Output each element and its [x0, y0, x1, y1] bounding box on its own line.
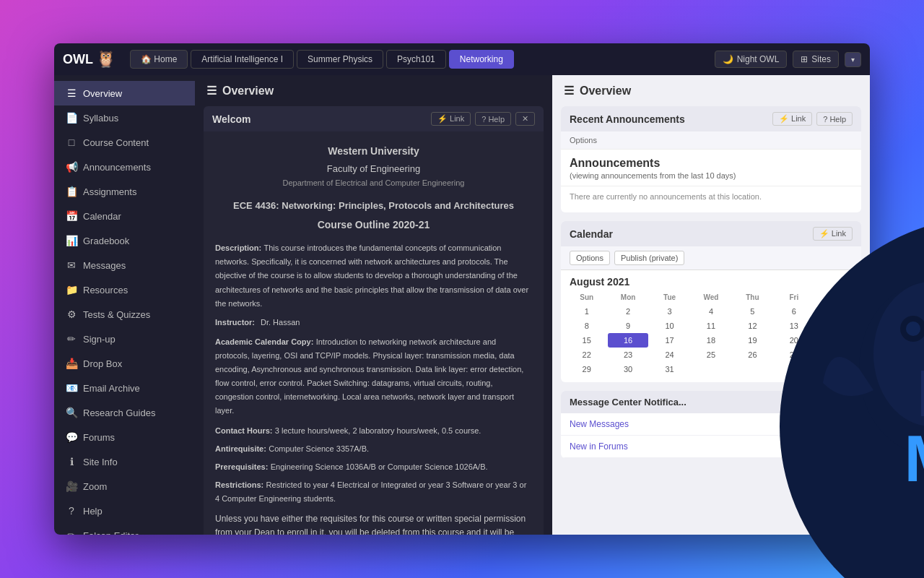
zoom-icon: 🎥 — [66, 480, 77, 492]
contact-label: Contact Hours: — [215, 426, 272, 435]
cal-day-23[interactable]: 23 — [608, 348, 648, 362]
sidebar-item-gradebook[interactable]: 📊 Gradebook — [54, 228, 195, 253]
calendar-widget: Calendar ⚡ Link Options Publish (private… — [561, 221, 861, 382]
cal-header-mon: Mon — [608, 290, 648, 304]
sidebar-label-falcon-editor: Falcon Editor — [83, 530, 139, 535]
description-body: This course introduces the fundamental c… — [215, 243, 528, 308]
cal-day-4[interactable]: 4 — [691, 304, 731, 319]
cal-day-8[interactable]: 8 — [567, 319, 606, 333]
sidebar-item-site-info[interactable]: ℹ Site Info — [54, 449, 195, 474]
signup-icon: ✏ — [66, 333, 77, 345]
announcements-empty-text: There are currently no announcements at … — [561, 186, 861, 212]
cal-day-20[interactable]: 20 — [774, 333, 814, 348]
cal-day-17[interactable]: 17 — [650, 333, 689, 348]
tab-ai[interactable]: Artificial Intelligence I — [191, 50, 294, 69]
cal-day-11[interactable]: 11 — [691, 319, 731, 333]
cal-day-18[interactable]: 18 — [691, 333, 731, 348]
overview-icon: ☰ — [66, 87, 77, 99]
widget-actions: ⚡ Link ? Help ✕ — [431, 112, 535, 126]
sites-button[interactable]: ⊞ Sites — [793, 51, 839, 68]
cal-day-26[interactable]: 26 — [733, 348, 772, 362]
sidebar-label-tests: Tests & Quizzes — [83, 309, 150, 320]
tab-psych[interactable]: Psych101 — [386, 50, 446, 69]
sidebar-item-overview[interactable]: ☰ Overview — [54, 81, 195, 105]
sidebar-item-course-content[interactable]: □ Course Content — [54, 130, 195, 155]
cal-day-9[interactable]: 9 — [608, 319, 648, 333]
cal-day-19[interactable]: 19 — [733, 333, 772, 348]
prereq: Prerequisites: Engineering Science 1036A… — [215, 460, 532, 474]
calendar-icon: 📅 — [66, 210, 77, 222]
tab-physics[interactable]: Summer Physics — [297, 50, 383, 69]
prereq-label: Prerequisites: — [215, 462, 268, 471]
cal-empty-2 — [733, 362, 772, 376]
logo-icon: 🦉 — [96, 50, 116, 69]
cal-day-10[interactable]: 10 — [650, 319, 689, 333]
overview-header: ☰ Overview — [195, 75, 552, 106]
sidebar-item-assignments[interactable]: 📋 Assignments — [54, 179, 195, 204]
cal-day-16-today[interactable]: 16 — [608, 333, 648, 348]
cal-day-7[interactable]: 7 — [816, 304, 855, 319]
sidebar-item-zoom[interactable]: 🎥 Zoom — [54, 474, 195, 499]
sidebar-item-forums[interactable]: 💬 Forums — [54, 425, 195, 449]
cal-day-3[interactable]: 3 — [650, 304, 689, 319]
topbar: OWL 🦉 🏠 Home Artificial Intelligence I S… — [54, 43, 870, 75]
dropdown-button[interactable]: ▾ — [845, 52, 861, 67]
tab-networking[interactable]: Networking — [449, 50, 514, 69]
right-panel: ☰ Overview Recent Announcements ⚡ Link ?… — [552, 75, 870, 535]
sidebar: ☰ Overview 📄 Syllabus □ Course Content 📢… — [54, 75, 195, 535]
app-window: OWL 🦉 🏠 Home Artificial Intelligence I S… — [54, 43, 870, 535]
cal-day-31[interactable]: 31 — [650, 362, 689, 376]
description-text: Description: This course introduces the … — [215, 241, 532, 311]
sidebar-item-calendar[interactable]: 📅 Calendar — [54, 204, 195, 228]
ann-link-button[interactable]: ⚡ Link — [772, 112, 812, 126]
cal-empty-3 — [774, 362, 814, 376]
help-button[interactable]: ? Help — [475, 112, 511, 126]
cal-day-22[interactable]: 22 — [567, 348, 606, 362]
cal-day-24[interactable]: 24 — [650, 348, 689, 362]
sidebar-item-help[interactable]: ? Help — [54, 499, 195, 523]
sidebar-item-messages[interactable]: ✉ Messages — [54, 253, 195, 277]
sidebar-item-tests-quizzes[interactable]: ⚙ Tests & Quizzes — [54, 302, 195, 327]
calendar-title: Calendar — [570, 228, 613, 240]
cal-day-5[interactable]: 5 — [733, 304, 772, 319]
cal-header-wed: Wed — [691, 290, 731, 304]
sidebar-item-research-guides[interactable]: 🔍 Research Guides — [54, 400, 195, 425]
sidebar-item-resources[interactable]: 📁 Resources — [54, 277, 195, 302]
cal-day-1[interactable]: 1 — [567, 304, 606, 319]
sidebar-label-drop-box: Drop Box — [83, 358, 122, 369]
close-button[interactable]: ✕ — [515, 112, 535, 126]
cal-day-28[interactable]: 28 — [816, 348, 855, 362]
cal-day-14[interactable]: 14 — [816, 319, 855, 333]
cal-day-30[interactable]: 30 — [608, 362, 648, 376]
cal-day-12[interactable]: 12 — [733, 319, 772, 333]
tab-bar: 🏠 Home Artificial Intelligence I Summer … — [130, 50, 709, 69]
new-in-forums-link[interactable]: New in Forums — [561, 436, 861, 458]
sidebar-item-signup[interactable]: ✏ Sign-up — [54, 327, 195, 351]
night-owl-button[interactable]: 🌙 Night OWL — [715, 51, 788, 68]
sidebar-item-syllabus[interactable]: 📄 Syllabus — [54, 105, 195, 130]
calendar-month: August 2021 — [561, 270, 861, 290]
sidebar-item-email-archive[interactable]: 📧 Email Archive — [54, 376, 195, 400]
sidebar-item-falcon-editor[interactable]: ✏ Falcon Editor — [54, 523, 195, 535]
cal-day-15[interactable]: 15 — [567, 333, 606, 348]
sidebar-item-drop-box[interactable]: 📥 Drop Box — [54, 351, 195, 376]
calendar-link-button[interactable]: ⚡ Link — [813, 227, 853, 241]
cal-day-21[interactable]: 21 — [816, 333, 855, 348]
calendar-options-button[interactable]: Options — [570, 251, 610, 265]
cal-day-25[interactable]: 25 — [691, 348, 731, 362]
sidebar-label-overview: Overview — [83, 88, 122, 99]
contact-hours: Contact Hours: 3 lecture hours/week, 2 l… — [215, 424, 532, 438]
cal-day-27[interactable]: 27 — [774, 348, 814, 362]
link-button[interactable]: ⚡ Link — [431, 112, 471, 126]
sidebar-label-signup: Sign-up — [83, 334, 116, 345]
cal-day-13[interactable]: 13 — [774, 319, 814, 333]
calendar-publish-button[interactable]: Publish (private) — [614, 251, 684, 265]
cal-day-29[interactable]: 29 — [567, 362, 606, 376]
message-center-header: Message Center Notifica... — [561, 391, 861, 413]
tab-home[interactable]: 🏠 Home — [130, 50, 188, 69]
cal-day-6[interactable]: 6 — [774, 304, 814, 319]
ann-help-button[interactable]: ? Help — [816, 112, 853, 126]
cal-day-2[interactable]: 2 — [608, 304, 648, 319]
new-messages-link[interactable]: New Messages — [561, 413, 861, 436]
sidebar-item-announcements[interactable]: 📢 Announcements — [54, 155, 195, 179]
